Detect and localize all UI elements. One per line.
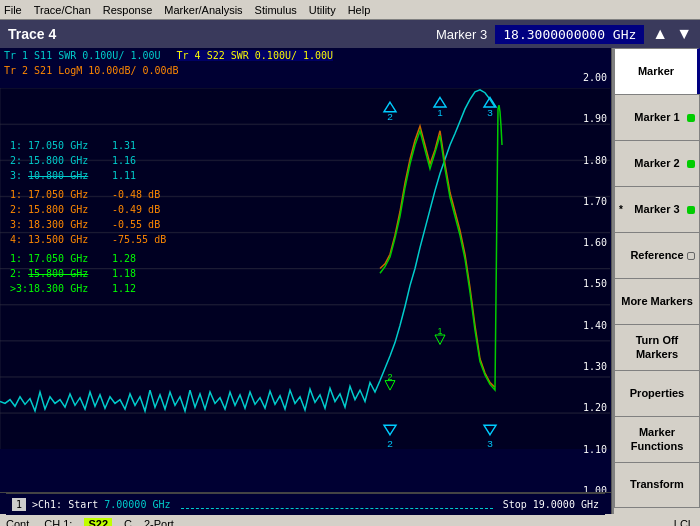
sidebar: Marker Marker 1 Marker 2 * Marker 3 Refe… — [612, 48, 700, 514]
y-label-180: 1.80 — [583, 155, 607, 166]
m1-idx3: 3: — [10, 168, 24, 183]
marker-data: 1: 17.050 GHz 1.31 2: 15.800 GHz 1.16 3:… — [10, 98, 172, 296]
m1-val3: 1.11 — [112, 168, 172, 183]
y-label-150: 1.50 — [583, 278, 607, 289]
m3-freq2: 15.800 GHz — [28, 266, 108, 281]
m2-val3: -0.55 dB — [112, 217, 172, 232]
m1-val1: 1.31 — [112, 138, 172, 153]
marker3-star-icon: * — [619, 204, 623, 216]
trace2-label: Tr 2 S21 LogM 10.00dB/ 0.00dB — [4, 65, 179, 76]
more-markers-button[interactable]: More Markers — [614, 278, 700, 324]
m1-idx2: 2: — [10, 153, 24, 168]
marker2-button[interactable]: Marker 2 — [614, 140, 700, 186]
m3-idx2: 2: — [10, 266, 24, 281]
y-label-110: 1.10 — [583, 444, 607, 455]
trace-title: Trace 4 — [8, 26, 56, 42]
svg-text:2: 2 — [387, 372, 392, 382]
m3-idx3: >3: — [10, 281, 24, 296]
main-content: Tr 1 S11 SWR 0.100U/ 1.00U Tr 4 S22 SWR … — [0, 48, 700, 514]
y-label-160: 1.60 — [583, 237, 607, 248]
m2-idx1: 1: — [10, 187, 24, 202]
m2-idx4: 4: — [10, 232, 24, 247]
m1-idx1: 1: — [10, 138, 24, 153]
title-bar: Trace 4 Marker 3 18.3000000000 GHz ▲ ▼ — [0, 20, 700, 48]
m3-val1: 1.28 — [112, 251, 172, 266]
m3-idx1: 1: — [10, 251, 24, 266]
y-label-190: 1.90 — [583, 113, 607, 124]
scroll-down-button[interactable]: ▼ — [676, 25, 692, 43]
svg-text:2: 2 — [387, 438, 393, 449]
marker2-indicator — [687, 160, 695, 168]
marker-button[interactable]: Marker — [614, 48, 700, 94]
menu-bar: File Trace/Chan Response Marker/Analysis… — [0, 0, 700, 20]
marker3-indicator — [687, 206, 695, 214]
ch1-label: CH 1: — [44, 518, 72, 526]
ch1-start-label: >Ch1: Start — [32, 499, 98, 510]
y-label-120: 1.20 — [583, 402, 607, 413]
menu-help[interactable]: Help — [348, 4, 371, 16]
m1-val2: 1.16 — [112, 153, 172, 168]
m2-idx3: 3: — [10, 217, 24, 232]
marker1-indicator — [687, 114, 695, 122]
trace1-label: Tr 1 S11 SWR 0.100U/ 1.00U — [4, 50, 161, 61]
status-bar: Cont. CH 1: S22 C 2-Port LCL — [0, 514, 700, 526]
y-label-130: 1.30 — [583, 361, 607, 372]
marker1-button[interactable]: Marker 1 — [614, 94, 700, 140]
lcl-badge: LCL — [674, 518, 694, 526]
bottom-bar: 1 >Ch1: Start 7.00000 GHz Stop 19.0000 G… — [0, 492, 611, 514]
m2-freq4: 13.500 GHz — [28, 232, 108, 247]
svg-text:3: 3 — [487, 107, 493, 118]
marker-functions-button[interactable]: Marker Functions — [614, 416, 700, 462]
m3-freq1: 17.050 GHz — [28, 251, 108, 266]
m2-val4: -75.55 dB — [112, 232, 172, 247]
start-freq: 7.00000 GHz — [104, 499, 170, 510]
c-label: C — [124, 518, 132, 526]
chart-info: Tr 1 S11 SWR 0.100U/ 1.00U Tr 4 S22 SWR … — [0, 48, 611, 63]
m2-freq2: 15.800 GHz — [28, 202, 108, 217]
port-label: 2-Port — [144, 518, 174, 526]
m2-idx2: 2: — [10, 202, 24, 217]
cont-label: Cont. — [6, 518, 32, 526]
svg-text:1: 1 — [437, 326, 442, 336]
m2-val2: -0.49 dB — [112, 202, 172, 217]
frequency-display: 18.3000000000 GHz — [495, 25, 644, 44]
m2-freq3: 18.300 GHz — [28, 217, 108, 232]
trace4-label: Tr 4 S22 SWR 0.100U/ 1.00U — [177, 50, 334, 61]
reference-indicator — [687, 252, 695, 260]
m3-freq3: 18.300 GHz — [28, 281, 108, 296]
y-axis: 2.00 1.90 1.80 1.70 1.60 1.50 1.40 1.30 … — [583, 48, 607, 514]
m3-val3: 1.12 — [112, 281, 172, 296]
svg-text:3: 3 — [487, 438, 493, 449]
menu-stimulus[interactable]: Stimulus — [255, 4, 297, 16]
chart-area: Tr 1 S11 SWR 0.100U/ 1.00U Tr 4 S22 SWR … — [0, 48, 612, 514]
m1-freq3: 10.800 GHz — [28, 168, 108, 183]
stop-label: Stop — [503, 499, 527, 510]
m2-freq1: 17.050 GHz — [28, 187, 108, 202]
y-label-140: 1.40 — [583, 320, 607, 331]
menu-response[interactable]: Response — [103, 4, 153, 16]
marker-label: Marker 3 — [436, 27, 487, 42]
y-label-200: 2.00 — [583, 72, 607, 83]
marker3-button[interactable]: * Marker 3 — [614, 186, 700, 232]
stop-freq: 19.0000 GHz — [533, 499, 599, 510]
menu-utility[interactable]: Utility — [309, 4, 336, 16]
m1-freq2: 15.800 GHz — [28, 153, 108, 168]
reference-button[interactable]: Reference — [614, 232, 700, 278]
menu-marker-analysis[interactable]: Marker/Analysis — [164, 4, 242, 16]
scroll-up-button[interactable]: ▲ — [652, 25, 668, 43]
m2-val1: -0.48 dB — [112, 187, 172, 202]
svg-text:2: 2 — [387, 112, 393, 123]
m3-val2: 1.18 — [112, 266, 172, 281]
properties-button[interactable]: Properties — [614, 370, 700, 416]
m1-freq1: 17.050 GHz — [28, 138, 108, 153]
y-label-170: 1.70 — [583, 196, 607, 207]
transform-button[interactable]: Transform — [614, 462, 700, 508]
page-indicator: 1 — [12, 498, 26, 511]
svg-text:1: 1 — [437, 107, 443, 118]
menu-trace-chan[interactable]: Trace/Chan — [34, 4, 91, 16]
menu-file[interactable]: File — [4, 4, 22, 16]
turn-off-markers-button[interactable]: Turn Off Markers — [614, 324, 700, 370]
s22-badge: S22 — [84, 518, 112, 526]
